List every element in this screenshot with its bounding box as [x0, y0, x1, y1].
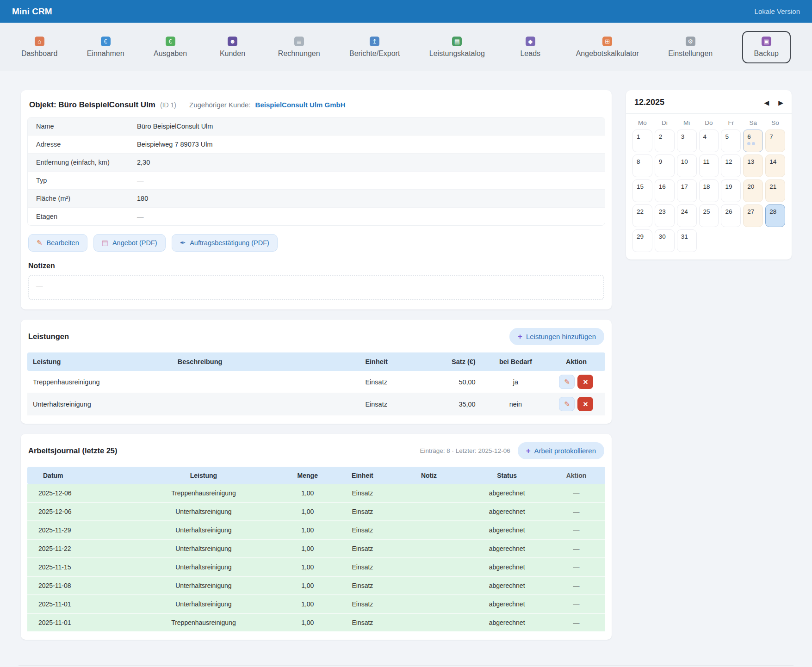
day-number: 7	[769, 133, 773, 140]
day-number: 17	[681, 183, 688, 190]
edit-object-button[interactable]: ✎ Bearbeiten	[28, 234, 87, 252]
journal-date: 2025-11-29	[27, 526, 125, 534]
nav-item-leistungskatalog[interactable]: ▤ Leistungskatalog	[429, 37, 485, 58]
calendar-day[interactable]: 14	[765, 154, 785, 177]
journal-row: 2025-11-29 Unterhaltsreinigung 1,00 Eins…	[27, 521, 605, 540]
calendar-day[interactable]: 31	[677, 229, 697, 252]
journal-quantity: 1,00	[282, 619, 334, 626]
calendar-day[interactable]: 20	[743, 179, 763, 202]
nav-item-backup[interactable]: ▣ Backup	[742, 31, 791, 63]
calendar-day[interactable]: 27	[743, 204, 763, 227]
col-beschreibung: Beschreibung	[178, 358, 363, 365]
day-number: 12	[725, 158, 732, 165]
col-einheit: Einheit	[362, 358, 420, 365]
journal-row: 2025-12-06 Treppenhausreinigung 1,00 Ein…	[27, 484, 605, 503]
services-table-header: Leistung Beschreibung Einheit Satz (€) b…	[27, 352, 605, 371]
edit-service-button[interactable]: ✎	[559, 397, 575, 411]
calendar-day[interactable]: 1	[632, 130, 652, 152]
service-name: Treppenhausreinigung	[27, 378, 178, 386]
calendar-day[interactable]: 19	[721, 179, 741, 202]
calendar-day[interactable]: 29	[632, 229, 652, 252]
day-number: 8	[637, 158, 640, 165]
journal-action: —	[547, 600, 605, 608]
nav-item-angebotskalkulator[interactable]: ⊞ Angebotskalkulator	[576, 37, 639, 58]
nav-item-kunden[interactable]: ☻ Kunden	[216, 37, 248, 58]
house-icon: ⌂	[35, 37, 44, 46]
calendar-day[interactable]: 10	[677, 154, 697, 177]
service-unit: Einsatz	[362, 378, 420, 386]
detail-label: Fläche (m²)	[36, 195, 137, 202]
calendar-day[interactable]: 30	[655, 229, 675, 252]
day-number: 23	[659, 208, 666, 215]
journal-action: —	[547, 489, 605, 497]
calendar-day[interactable]: 13	[743, 154, 763, 177]
calendar-day[interactable]: 15	[632, 179, 652, 202]
add-service-button[interactable]: + Leistungen hinzufügen	[509, 328, 604, 345]
nav-item-dashboard[interactable]: ⌂ Dashboard	[21, 37, 57, 58]
calendar-day[interactable]: 18	[699, 179, 719, 202]
calendar: 12.2025 ◀ ▶ MoDiMiDoFrSaSo 1	[626, 90, 792, 259]
col-datum: Datum	[27, 472, 125, 479]
calendar-day[interactable]: 24	[677, 204, 697, 227]
detail-label: Name	[36, 123, 137, 130]
calendar-day-grid: 1 2 3	[632, 130, 785, 252]
pencil-icon: ✎	[37, 239, 43, 247]
nav-item-berichte-export[interactable]: ↥ Berichte/Export	[349, 37, 400, 58]
weekday-label: Mi	[677, 119, 697, 126]
calendar-day[interactable]: 3	[677, 130, 697, 152]
customer-link[interactable]: BeispielConsult Ulm GmbH	[255, 101, 346, 109]
calendar-day[interactable]: 17	[677, 179, 697, 202]
calendar-day[interactable]: 7	[765, 130, 785, 152]
calendar-day[interactable]: 11	[699, 154, 719, 177]
button-label: Auftragsbestätigung (PDF)	[190, 239, 269, 247]
nav-item-label: Berichte/Export	[349, 49, 400, 58]
journal-row: 2025-11-08 Unterhaltsreinigung 1,00 Eins…	[27, 577, 605, 595]
calendar-day[interactable]: 9	[655, 154, 675, 177]
service-unit: Einsatz	[362, 401, 420, 408]
log-work-button[interactable]: + Arbeit protokollieren	[518, 442, 604, 459]
delete-service-button[interactable]: ×	[577, 397, 593, 411]
calendar-day[interactable]: 8	[632, 154, 652, 177]
journal-quantity: 1,00	[282, 563, 334, 571]
services-table-body: Treppenhausreinigung Einsatz 50,00 ja ✎ …	[27, 371, 605, 415]
calendar-prev-button[interactable]: ◀	[764, 99, 769, 106]
journal-date: 2025-11-01	[27, 619, 125, 626]
calendar-day[interactable]: 28	[765, 204, 785, 227]
calendar-day[interactable]: 12	[721, 154, 741, 177]
col-aktion: Aktion	[547, 472, 605, 479]
order-confirmation-pdf-button[interactable]: ✒ Auftragsbestätigung (PDF)	[172, 234, 278, 252]
books-icon: ▤	[452, 37, 462, 46]
calendar-day[interactable]: 6	[743, 130, 763, 152]
edit-service-button[interactable]: ✎	[559, 375, 575, 389]
calendar-day[interactable]: 5	[721, 130, 741, 152]
calendar-day[interactable]: 22	[632, 204, 652, 227]
calendar-day[interactable]: 23	[655, 204, 675, 227]
delete-service-button[interactable]: ×	[577, 375, 593, 389]
calendar-day[interactable]: 26	[721, 204, 741, 227]
nav-item-einstellungen[interactable]: ⚙ Einstellungen	[668, 37, 713, 58]
col-leistung: Leistung	[27, 358, 178, 365]
detail-row: Etagen —	[28, 208, 605, 225]
footer: Mini CRM ReinigungsSystem © 2025, lokal …	[0, 665, 812, 667]
calendar-day[interactable]: 2	[655, 130, 675, 152]
journal-service: Unterhaltsreinigung	[125, 526, 281, 534]
calendar-month-label: 12.2025	[634, 98, 664, 107]
journal-title: Arbeitsjournal (letzte 25)	[28, 446, 118, 455]
journal-date: 2025-11-22	[27, 545, 125, 552]
money-wings-icon: €	[166, 37, 175, 46]
nav-item-ausgaben[interactable]: € Ausgaben	[154, 37, 187, 58]
day-number: 22	[637, 208, 644, 215]
nav-item-label: Einnahmen	[87, 49, 124, 58]
calendar-day[interactable]: 4	[699, 130, 719, 152]
day-number: 26	[725, 208, 732, 215]
calendar-day[interactable]: 21	[765, 179, 785, 202]
calendar-day[interactable]: 25	[699, 204, 719, 227]
calendar-next-button[interactable]: ▶	[778, 99, 783, 106]
nav-item-leads[interactable]: ◆ Leads	[514, 37, 546, 58]
offer-pdf-button[interactable]: ▤ Angebot (PDF)	[93, 234, 166, 252]
calendar-day[interactable]: 16	[655, 179, 675, 202]
nav-item-einnahmen[interactable]: € Einnahmen	[87, 37, 124, 58]
briefcase-icon: ◆	[526, 37, 535, 46]
top-bar: Mini CRM Lokale Version	[0, 0, 812, 23]
nav-item-rechnungen[interactable]: ≣ Rechnungen	[278, 37, 320, 58]
